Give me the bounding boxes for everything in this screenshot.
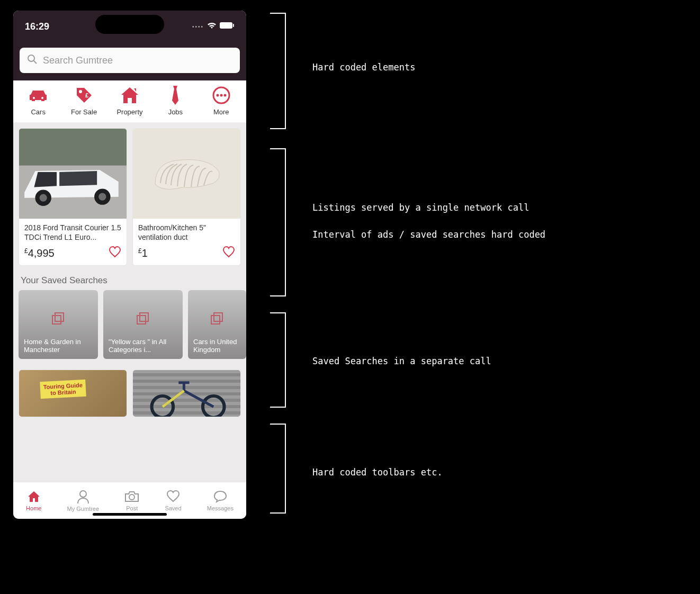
cat-more[interactable]: More bbox=[200, 86, 243, 116]
favorite-button[interactable] bbox=[222, 246, 235, 260]
svg-rect-18 bbox=[55, 313, 64, 321]
tab-post[interactable]: Post bbox=[124, 490, 139, 511]
bracket bbox=[270, 424, 286, 514]
svg-point-10 bbox=[220, 94, 222, 97]
saved-searches-row[interactable]: Home & Garden in Manchester "Yellow cars… bbox=[13, 290, 246, 364]
saved-searches-header: Your Saved Searches bbox=[13, 271, 246, 290]
listing-title: Bathroom/Kitchen 5" ventilation duct bbox=[133, 219, 240, 244]
listing-card[interactable]: Bathroom/Kitchen 5" ventilation duct £1 bbox=[132, 128, 241, 266]
svg-point-15 bbox=[40, 194, 47, 202]
svg-point-17 bbox=[98, 193, 106, 201]
cat-label: Property bbox=[116, 108, 142, 116]
stack-icon bbox=[136, 311, 150, 328]
svg-point-5 bbox=[41, 97, 43, 99]
svg-rect-19 bbox=[52, 316, 61, 324]
cat-forsale[interactable]: £ For Sale bbox=[63, 86, 105, 116]
annotation-text: Saved Searches in a separate call bbox=[312, 355, 491, 368]
listing-image: Touring Guideto Britain bbox=[19, 370, 127, 417]
svg-text:£: £ bbox=[85, 92, 88, 98]
svg-point-4 bbox=[33, 97, 35, 99]
notch bbox=[95, 15, 164, 34]
svg-point-2 bbox=[28, 55, 34, 61]
svg-line-3 bbox=[34, 61, 37, 64]
tab-label: Messages bbox=[207, 505, 234, 511]
saved-search-card[interactable]: "Yellow cars " in All Categories i... bbox=[103, 290, 183, 359]
bracket bbox=[270, 312, 286, 408]
cat-label: Cars bbox=[31, 108, 45, 116]
svg-rect-23 bbox=[211, 316, 220, 324]
status-icons: •••• bbox=[192, 22, 235, 31]
wifi-icon bbox=[207, 22, 217, 31]
person-icon bbox=[77, 490, 89, 505]
content-scroll[interactable]: 2018 Ford Transit Courier 1.5 TDCi Trend… bbox=[13, 123, 246, 482]
listing-card[interactable]: Touring Guideto Britain bbox=[19, 370, 127, 417]
saved-search-card[interactable]: Home & Garden in Manchester bbox=[19, 290, 98, 359]
svg-point-6 bbox=[79, 90, 82, 93]
svg-rect-1 bbox=[233, 24, 234, 27]
listing-card[interactable]: 2018 Ford Transit Courier 1.5 TDCi Trend… bbox=[19, 128, 127, 266]
house-icon bbox=[119, 86, 140, 105]
signal-dots-icon: •••• bbox=[192, 24, 204, 30]
svg-rect-12 bbox=[19, 129, 127, 166]
listing-price: £4,995 bbox=[24, 247, 55, 259]
listing-card[interactable] bbox=[132, 370, 241, 417]
svg-rect-20 bbox=[140, 313, 148, 321]
listing-row: Touring Guideto Britain bbox=[13, 364, 246, 417]
search-input[interactable]: Search Gumtree bbox=[20, 48, 240, 73]
cat-jobs[interactable]: Jobs bbox=[154, 86, 196, 116]
favorite-button[interactable] bbox=[109, 246, 121, 260]
chat-icon bbox=[213, 490, 227, 504]
listing-image bbox=[19, 129, 127, 219]
annotation-text: Hard coded elements bbox=[312, 61, 415, 75]
more-icon bbox=[211, 86, 232, 105]
annotation-text: Listings served by a single network call… bbox=[312, 201, 545, 242]
status-bar: 16:29 •••• bbox=[13, 11, 246, 42]
book-cover-text: Touring Guideto Britain bbox=[40, 380, 86, 399]
svg-rect-22 bbox=[214, 313, 222, 321]
annotation-text: Hard coded toolbars etc. bbox=[312, 466, 443, 480]
svg-point-11 bbox=[223, 94, 226, 97]
status-time: 16:29 bbox=[25, 21, 49, 32]
category-row: Cars £ For Sale Property Jobs More bbox=[13, 80, 246, 123]
camera-icon bbox=[124, 490, 139, 504]
car-icon bbox=[28, 86, 49, 105]
cat-cars[interactable]: Cars bbox=[17, 86, 59, 116]
svg-rect-21 bbox=[137, 316, 146, 324]
saved-search-label: Home & Garden in Manchester bbox=[24, 338, 93, 354]
search-bar-container: Search Gumtree bbox=[13, 42, 246, 80]
home-icon bbox=[27, 490, 41, 504]
tab-mygumtree[interactable]: My Gumtree bbox=[67, 490, 100, 512]
listing-price: £1 bbox=[138, 247, 148, 259]
stack-icon bbox=[210, 311, 225, 328]
tab-messages[interactable]: Messages bbox=[207, 490, 234, 511]
svg-point-27 bbox=[129, 494, 134, 500]
search-placeholder: Search Gumtree bbox=[43, 55, 113, 66]
tab-label: Post bbox=[126, 505, 138, 511]
search-icon bbox=[27, 54, 38, 67]
home-indicator bbox=[93, 513, 167, 516]
bracket bbox=[270, 13, 286, 129]
tag-icon: £ bbox=[74, 86, 95, 105]
cat-label: For Sale bbox=[71, 108, 97, 116]
phone-frame: 16:29 •••• Search Gumtree Cars bbox=[13, 11, 246, 519]
tab-label: Home bbox=[26, 505, 41, 511]
saved-search-card[interactable]: Cars in United Kingdom bbox=[188, 290, 246, 359]
cat-label: Jobs bbox=[168, 108, 183, 116]
tab-saved[interactable]: Saved bbox=[165, 490, 181, 511]
battery-icon bbox=[220, 22, 235, 31]
stack-icon bbox=[51, 311, 66, 328]
saved-search-label: "Yellow cars " in All Categories i... bbox=[109, 338, 177, 354]
tab-label: My Gumtree bbox=[67, 506, 100, 512]
tie-icon bbox=[165, 86, 186, 105]
listing-image bbox=[133, 129, 240, 219]
listing-image bbox=[133, 370, 240, 417]
heart-icon bbox=[166, 490, 180, 504]
saved-search-label: Cars in United Kingdom bbox=[193, 338, 241, 354]
cat-property[interactable]: Property bbox=[109, 86, 151, 116]
svg-point-9 bbox=[216, 94, 219, 97]
tab-label: Saved bbox=[165, 505, 181, 511]
svg-rect-0 bbox=[220, 22, 232, 29]
cat-label: More bbox=[213, 108, 229, 116]
listing-row: 2018 Ford Transit Courier 1.5 TDCi Trend… bbox=[13, 123, 246, 271]
tab-home[interactable]: Home bbox=[26, 490, 41, 511]
